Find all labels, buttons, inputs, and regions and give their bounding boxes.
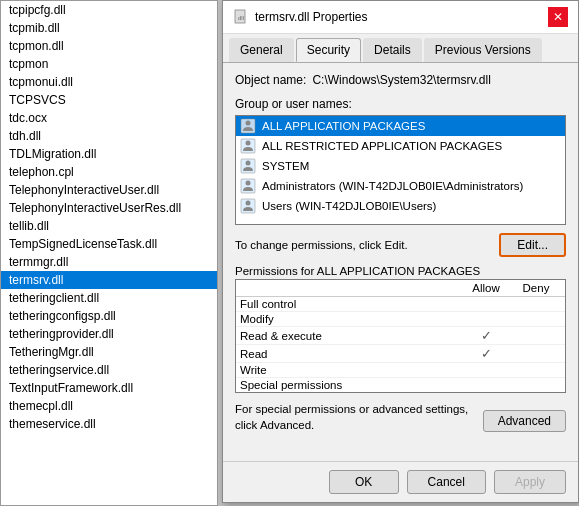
user-label: Administrators (WIN-T42DJLOB0IE\Administ…: [262, 180, 523, 192]
file-list-item[interactable]: TCPSVCS: [1, 91, 217, 109]
file-list-item[interactable]: TelephonyInteractiveUserRes.dll: [1, 199, 217, 217]
perm-name: Special permissions: [240, 379, 461, 391]
special-note-row: For special permissions or advanced sett…: [235, 401, 566, 441]
file-list-item[interactable]: telephon.cpl: [1, 163, 217, 181]
perm-col-allow-header: Allow: [461, 282, 511, 294]
edit-button[interactable]: Edit...: [499, 233, 566, 257]
svg-point-12: [246, 201, 251, 206]
tab-security[interactable]: Security: [296, 38, 361, 62]
perm-row: Read & execute✓: [236, 327, 565, 345]
perm-section-label: Permissions for ALL APPLICATION PACKAGES: [235, 265, 566, 277]
dialog-footer: OK Cancel Apply: [223, 461, 578, 502]
file-list-item[interactable]: TelephonyInteractiveUser.dll: [1, 181, 217, 199]
ok-button[interactable]: OK: [329, 470, 399, 494]
user-label: SYSTEM: [262, 160, 309, 172]
perm-name: Read: [240, 348, 461, 360]
apply-button[interactable]: Apply: [494, 470, 566, 494]
perm-row: Read✓: [236, 345, 565, 363]
perm-name: Full control: [240, 298, 461, 310]
user-item[interactable]: ALL RESTRICTED APPLICATION PACKAGES: [236, 136, 565, 156]
file-list-item[interactable]: tcpmon.dll: [1, 37, 217, 55]
svg-point-6: [246, 141, 251, 146]
perm-col-name-header: [240, 282, 461, 294]
permissions-table: Allow Deny Full controlModifyRead & exec…: [235, 279, 566, 393]
file-list-item[interactable]: tcpipcfg.dll: [1, 1, 217, 19]
svg-point-4: [246, 121, 251, 126]
properties-dialog: dll termsrv.dll Properties ✕ General Sec…: [222, 0, 579, 503]
perm-row: Write: [236, 363, 565, 378]
file-list-item[interactable]: themeservice.dll: [1, 415, 217, 433]
svg-text:dll: dll: [238, 15, 244, 21]
file-list[interactable]: tcpipcfg.dlltcpmib.dlltcpmon.dlltcpmontc…: [0, 0, 218, 506]
svg-point-8: [246, 161, 251, 166]
tab-details[interactable]: Details: [363, 38, 422, 62]
file-list-item[interactable]: TempSignedLicenseTask.dll: [1, 235, 217, 253]
perm-allow-check: ✓: [461, 328, 511, 343]
perm-row: Special permissions: [236, 378, 565, 392]
user-icon: [240, 118, 256, 134]
object-name-value: C:\Windows\System32\termsrv.dll: [312, 73, 490, 87]
perm-col-deny-header: Deny: [511, 282, 561, 294]
change-perm-row: To change permissions, click Edit. Edit.…: [235, 233, 566, 257]
file-list-item[interactable]: tetheringservice.dll: [1, 361, 217, 379]
perm-table-header: Allow Deny: [236, 280, 565, 297]
file-list-item[interactable]: themecpl.dll: [1, 397, 217, 415]
file-list-item[interactable]: TextInputFramework.dll: [1, 379, 217, 397]
file-list-item[interactable]: tdc.ocx: [1, 109, 217, 127]
perm-name: Write: [240, 364, 461, 376]
file-list-item[interactable]: TetheringMgr.dll: [1, 343, 217, 361]
user-label: Users (WIN-T42DJLOB0IE\Users): [262, 200, 436, 212]
file-list-item[interactable]: termsrv.dll: [1, 271, 217, 289]
tab-previous-versions[interactable]: Previous Versions: [424, 38, 542, 62]
user-item[interactable]: Administrators (WIN-T42DJLOB0IE\Administ…: [236, 176, 565, 196]
special-note-text: For special permissions or advanced sett…: [235, 401, 483, 433]
file-list-item[interactable]: tcpmon: [1, 55, 217, 73]
user-label: ALL RESTRICTED APPLICATION PACKAGES: [262, 140, 502, 152]
user-icon: [240, 138, 256, 154]
file-list-item[interactable]: tetheringprovider.dll: [1, 325, 217, 343]
tab-general[interactable]: General: [229, 38, 294, 62]
file-list-item[interactable]: TDLMigration.dll: [1, 145, 217, 163]
file-list-item[interactable]: tetheringclient.dll: [1, 289, 217, 307]
group-label: Group or user names:: [235, 97, 566, 111]
close-button[interactable]: ✕: [548, 7, 568, 27]
tabs-bar: General Security Details Previous Versio…: [223, 34, 578, 63]
svg-point-10: [246, 181, 251, 186]
user-item[interactable]: Users (WIN-T42DJLOB0IE\Users): [236, 196, 565, 216]
user-icon: [240, 178, 256, 194]
user-label: ALL APPLICATION PACKAGES: [262, 120, 425, 132]
perm-row: Modify: [236, 312, 565, 327]
dialog-content: Object name: C:\Windows\System32\termsrv…: [223, 63, 578, 461]
user-icon: [240, 198, 256, 214]
user-icon: [240, 158, 256, 174]
file-list-item[interactable]: tellib.dll: [1, 217, 217, 235]
file-list-item[interactable]: tdh.dll: [1, 127, 217, 145]
user-item[interactable]: ALL APPLICATION PACKAGES: [236, 116, 565, 136]
perm-name: Read & execute: [240, 330, 461, 342]
title-left: dll termsrv.dll Properties: [233, 9, 367, 25]
object-name-label: Object name:: [235, 73, 306, 87]
users-listbox[interactable]: ALL APPLICATION PACKAGES ALL RESTRICTED …: [235, 115, 566, 225]
file-list-item[interactable]: termmgr.dll: [1, 253, 217, 271]
dialog-title: termsrv.dll Properties: [255, 10, 367, 24]
perm-name: Modify: [240, 313, 461, 325]
file-icon: dll: [233, 9, 249, 25]
advanced-button[interactable]: Advanced: [483, 410, 566, 432]
perm-allow-check: ✓: [461, 346, 511, 361]
perm-row: Full control: [236, 297, 565, 312]
change-perm-text: To change permissions, click Edit.: [235, 239, 408, 251]
object-name-row: Object name: C:\Windows\System32\termsrv…: [235, 73, 566, 87]
file-list-item[interactable]: tcpmonui.dll: [1, 73, 217, 91]
dialog-titlebar: dll termsrv.dll Properties ✕: [223, 1, 578, 34]
user-item[interactable]: SYSTEM: [236, 156, 565, 176]
file-list-item[interactable]: tetheringconfigsp.dll: [1, 307, 217, 325]
cancel-button[interactable]: Cancel: [407, 470, 486, 494]
file-list-item[interactable]: tcpmib.dll: [1, 19, 217, 37]
